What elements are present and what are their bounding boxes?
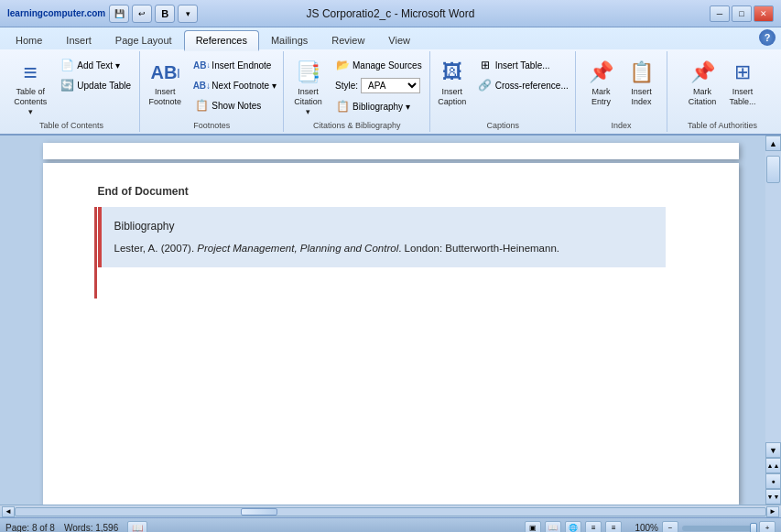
insert-index-button[interactable]: 📋 InsertIndex <box>623 55 661 110</box>
tab-page-layout[interactable]: Page Layout <box>103 30 184 49</box>
bibliography-label: Bibliography ▾ <box>353 102 410 112</box>
website-url: learningcomputer.com <box>7 8 105 18</box>
mark-entry-icon: 📌 <box>587 58 616 87</box>
h-scroll-track[interactable] <box>15 507 766 516</box>
end-of-document-label: End of Document <box>98 185 684 198</box>
tab-home[interactable]: Home <box>4 30 54 49</box>
show-notes-icon: 📋 <box>194 98 209 113</box>
insert-citation-button[interactable]: 📑 InsertCitation ▾ <box>287 55 329 119</box>
insert-citation-label: InsertCitation ▾ <box>292 87 324 116</box>
document-page: End of Document Bibliography Lester, A. … <box>43 163 739 505</box>
scroll-up-button[interactable]: ▲ <box>765 136 781 151</box>
select-page-button[interactable]: ● <box>765 473 781 489</box>
status-right: ▣ 📖 🌐 ≡ ≡ 100% − + <box>525 521 776 532</box>
insert-caption-label: InsertCaption <box>438 87 466 107</box>
authorities-group-label: Table of Authorities <box>671 119 774 130</box>
update-table-button[interactable]: 🔄 Update Table <box>55 75 136 95</box>
captions-stack: ⊞ Insert Table... 🔗 Cross-reference... <box>473 55 573 95</box>
insert-table-authorities-button[interactable]: ⊞ InsertTable... <box>723 55 762 110</box>
add-text-icon: 📄 <box>60 58 74 72</box>
minimize-button[interactable]: ─ <box>710 5 730 22</box>
close-button[interactable]: ✕ <box>754 5 774 22</box>
scroll-right-button[interactable]: ► <box>766 506 779 517</box>
bold-quick-btn[interactable]: B <box>155 5 175 23</box>
next-footnote-button[interactable]: AB↓ Next Footnote ▾ <box>190 75 281 95</box>
insert-footnote-button[interactable]: AB| InsertFootnote <box>142 55 188 110</box>
scroll-left-button[interactable]: ◄ <box>2 506 15 517</box>
tab-references[interactable]: References <box>184 30 259 51</box>
tab-insert[interactable]: Insert <box>54 30 103 49</box>
zoom-in-button[interactable]: + <box>759 521 776 532</box>
insert-caption-button[interactable]: 🖼 InsertCaption <box>433 55 472 110</box>
table-of-contents-button[interactable]: ≡ Table ofContents ▾ <box>7 55 53 119</box>
print-layout-view-button[interactable]: ▣ <box>525 521 541 532</box>
status-bar: Page: 8 of 8 Words: 1,596 📖 ▣ 📖 🌐 ≡ ≡ 10… <box>0 517 781 532</box>
add-text-label: Add Text ▾ <box>77 60 120 71</box>
insert-table-of-figs-button[interactable]: ⊞ Insert Table... <box>473 55 573 75</box>
horizontal-scrollbar: ◄ ► <box>0 505 781 517</box>
full-reading-view-button[interactable]: 📖 <box>545 521 561 532</box>
bibliography-icon: 📋 <box>335 99 350 114</box>
document-title: JS Corporatio2_c - Microsoft Word <box>307 7 475 20</box>
cross-reference-button[interactable]: 🔗 Cross-reference... <box>473 75 573 95</box>
group-citations: 📑 InsertCitation ▾ 📂 Manage Sources Styl… <box>284 51 430 132</box>
bibliography-entry: Lester, A. (2007). Project Management, P… <box>114 240 653 256</box>
index-group-content: 📌 MarkEntry 📋 InsertIndex <box>582 53 661 119</box>
scroll-down-button[interactable]: ▼ <box>765 442 781 458</box>
vertical-scrollbar: ▲ ▼ ▲▲ ● ▼▼ <box>765 136 781 505</box>
zoom-slider-thumb[interactable] <box>750 523 757 532</box>
prev-page-button[interactable]: ▲▲ <box>765 458 781 473</box>
cross-ref-icon: 🔗 <box>478 78 493 92</box>
insert-endnote-icon: AB↓ <box>194 58 209 72</box>
update-table-label: Update Table <box>77 81 131 91</box>
footnotes-group-content: AB| InsertFootnote AB↓ Insert Endnote AB… <box>142 53 281 119</box>
tab-mailings[interactable]: Mailings <box>259 30 320 49</box>
tab-review[interactable]: Review <box>320 30 376 49</box>
next-footnote-icon: AB↓ <box>194 78 209 92</box>
scroll-track[interactable] <box>765 151 781 442</box>
h-scroll-thumb[interactable] <box>241 508 277 516</box>
group-captions: 🖼 InsertCaption ⊞ Insert Table... 🔗 Cros… <box>430 51 576 132</box>
add-text-button[interactable]: 📄 Add Text ▾ <box>55 55 136 75</box>
captions-group-label: Captions <box>434 119 571 130</box>
page-info: Page: 8 of 8 <box>5 523 55 532</box>
bibliography-button[interactable]: 📋 Bibliography ▾ <box>331 96 427 116</box>
undo-quick-btn[interactable]: ↩ <box>132 5 152 23</box>
tab-view[interactable]: View <box>376 30 422 49</box>
toc-label: Table ofContents ▾ <box>12 87 49 116</box>
zoom-slider[interactable] <box>682 526 755 531</box>
show-notes-button[interactable]: 📋 Show Notes <box>190 95 281 115</box>
proofing-icon[interactable]: 📖 <box>127 521 147 532</box>
group-authorities: 📌 MarkCitation ⊞ InsertTable... Table of… <box>667 51 777 132</box>
red-line-decoration <box>94 207 97 299</box>
group-table-of-contents: ≡ Table ofContents ▾ 📄 Add Text ▾ 🔄 Upda… <box>4 51 140 132</box>
insert-endnote-label: Insert Endnote <box>212 60 271 71</box>
insert-index-label: InsertIndex <box>631 87 652 107</box>
draft-view-button[interactable]: ≡ <box>605 521 622 532</box>
manage-sources-button[interactable]: 📂 Manage Sources <box>331 55 427 75</box>
insert-footnote-label: InsertFootnote <box>149 87 182 107</box>
mark-entry-label: MarkEntry <box>591 87 611 107</box>
web-layout-view-button[interactable]: 🌐 <box>565 521 581 532</box>
insert-table-auth-icon: ⊞ <box>728 58 757 87</box>
zoom-out-button[interactable]: − <box>662 521 678 532</box>
mark-citation-button[interactable]: 📌 MarkCitation <box>683 55 721 110</box>
bibliography-container: Bibliography Lester, A. (2007). Project … <box>98 207 684 267</box>
maximize-button[interactable]: □ <box>732 5 752 22</box>
next-page-button[interactable]: ▼▼ <box>765 489 781 505</box>
group-footnotes: AB| InsertFootnote AB↓ Insert Endnote AB… <box>140 51 284 132</box>
citations-stack: 📂 Manage Sources Style: APA MLA Chicago … <box>331 55 427 116</box>
save-quick-btn[interactable]: 💾 <box>109 5 129 23</box>
help-button[interactable]: ? <box>759 29 776 46</box>
toc-group-content: ≡ Table ofContents ▾ 📄 Add Text ▾ 🔄 Upda… <box>7 53 136 119</box>
outline-view-button[interactable]: ≡ <box>585 521 602 532</box>
style-select[interactable]: APA MLA Chicago <box>361 78 420 93</box>
zoom-percentage: 100% <box>635 523 658 532</box>
dropdown-quick-btn[interactable]: ▾ <box>178 5 198 23</box>
scroll-thumb[interactable] <box>766 156 780 183</box>
page-top-stub <box>43 143 739 159</box>
authorities-group-content: 📌 MarkCitation ⊞ InsertTable... <box>683 53 762 119</box>
mark-entry-button[interactable]: 📌 MarkEntry <box>582 55 621 110</box>
insert-table-auth-label: InsertTable... <box>729 87 755 107</box>
insert-endnote-button[interactable]: AB↓ Insert Endnote <box>190 55 281 75</box>
